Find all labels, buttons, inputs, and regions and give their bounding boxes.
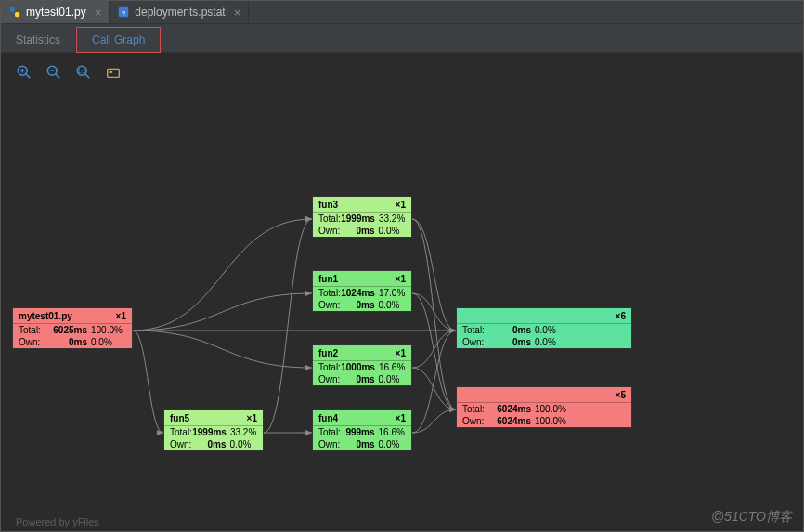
close-icon[interactable]: × <box>95 6 102 19</box>
node-fun1[interactable]: fun1×1Total:1024ms17.0%Own:0ms0.0% <box>312 270 412 312</box>
editor-tab-bar: mytest01.py × ? deployments.pstat × <box>1 1 803 24</box>
node-fun5[interactable]: fun5×1Total:1999ms33.2%Own:0ms0.0% <box>163 409 264 451</box>
svg-line-9 <box>56 74 60 79</box>
zoom-reset-icon[interactable]: 1:1 <box>75 64 92 81</box>
zoom-in-icon[interactable] <box>16 64 32 81</box>
svg-rect-1 <box>15 12 19 17</box>
node-print[interactable]: ×6Total:0ms0.0%Own:0ms0.0% <box>456 307 632 349</box>
svg-rect-0 <box>10 7 15 12</box>
tab-statistics[interactable]: Statistics <box>1 28 76 52</box>
close-icon[interactable]: × <box>234 6 241 19</box>
tab-call-graph[interactable]: Call Graph <box>76 27 161 53</box>
svg-rect-14 <box>108 69 120 77</box>
call-graph-canvas[interactable]: mytest01.py×1Total:6025ms100.0%Own:0ms0.… <box>1 83 803 531</box>
profiler-tab-bar: Statistics Call Graph <box>1 24 803 53</box>
tab-label: mytest01.py <box>26 6 86 19</box>
watermark: @51CTO博客 <box>711 509 792 526</box>
svg-line-5 <box>26 74 31 79</box>
node-fun3[interactable]: fun3×1Total:1999ms33.2%Own:0ms0.0% <box>312 196 412 238</box>
node-sleep[interactable]: ×5Total:6024ms100.0%Own:6024ms100.0% <box>456 386 632 428</box>
svg-line-12 <box>85 74 90 79</box>
svg-rect-15 <box>110 71 113 73</box>
node-fun2[interactable]: fun2×1Total:1000ms16.6%Own:0ms0.0% <box>312 344 412 386</box>
tab-deployments-pstat[interactable]: ? deployments.pstat × <box>110 1 249 23</box>
tab-label: deployments.pstat <box>135 6 225 19</box>
node-fun4[interactable]: fun4×1Total:999ms16.6%Own:0ms0.0% <box>312 409 412 451</box>
tab-mytest01[interactable]: mytest01.py × <box>1 1 110 23</box>
export-icon[interactable] <box>105 64 122 81</box>
svg-text:?: ? <box>122 9 126 18</box>
footer-credit: Powered by yFiles <box>16 516 99 527</box>
pstat-file-icon: ? <box>117 6 130 19</box>
python-file-icon <box>8 6 21 19</box>
node-root[interactable]: mytest01.py×1Total:6025ms100.0%Own:0ms0.… <box>12 307 133 349</box>
zoom-out-icon[interactable] <box>45 64 62 81</box>
svg-text:1:1: 1:1 <box>78 68 86 74</box>
